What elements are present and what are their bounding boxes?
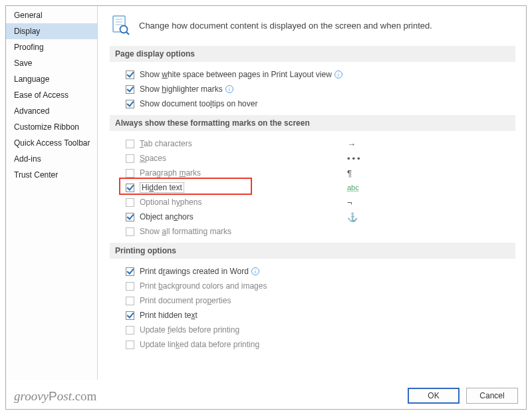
info-icon[interactable]: i <box>251 267 259 275</box>
svg-line-5 <box>126 32 129 35</box>
sidebar-item-general[interactable]: General <box>6 7 97 23</box>
sidebar-item-save[interactable]: Save <box>6 55 97 71</box>
label-show-whitespace: Show white space between pages in Print … <box>140 70 332 79</box>
checkbox-tab-characters[interactable] <box>126 140 134 148</box>
glyph-tab-arrow: → <box>347 139 356 149</box>
checkbox-highlighter[interactable] <box>126 85 134 94</box>
svg-point-4 <box>120 26 128 33</box>
glyph-dots: ••• <box>347 154 362 164</box>
label-optional-hyphens: Optional hyphens <box>140 198 201 207</box>
label-highlighter: Show highlighter marks <box>140 84 223 94</box>
sidebar-item-language[interactable]: Language <box>6 71 97 87</box>
page-description: Change how document content is displayed… <box>139 21 432 31</box>
checkbox-update-linked[interactable] <box>126 341 134 349</box>
label-tab-characters: Tab characters <box>140 139 192 148</box>
section-printing: Printing options <box>110 243 515 259</box>
sidebar-item-advanced[interactable]: Advanced <box>6 103 97 119</box>
checkbox-object-anchors[interactable] <box>126 213 134 221</box>
checkbox-paragraph-marks[interactable] <box>126 169 134 178</box>
info-icon[interactable]: i <box>225 85 233 93</box>
sidebar-item-proofing[interactable]: Proofing <box>6 39 97 55</box>
checkbox-print-drawings[interactable] <box>126 267 134 276</box>
label-paragraph-marks: Paragraph marks <box>140 168 201 178</box>
checkbox-hidden-text[interactable] <box>126 184 134 192</box>
label-tooltips: Show document tooltips on hover <box>140 99 257 108</box>
label-all-formatting: Show all formatting marks <box>140 227 231 236</box>
glyph-pilcrow: ¶ <box>347 168 352 178</box>
cancel-button[interactable]: Cancel <box>466 388 518 404</box>
checkbox-print-background[interactable] <box>126 282 134 291</box>
checkbox-show-whitespace[interactable] <box>126 70 134 79</box>
checkbox-print-properties[interactable] <box>126 297 134 305</box>
ok-button[interactable]: OK <box>408 388 460 404</box>
checkbox-tooltips[interactable] <box>126 100 134 108</box>
label-update-fields: Update fields before printing <box>140 325 239 335</box>
options-sidebar: General Display Proofing Save Language E… <box>6 6 98 380</box>
checkbox-spaces[interactable] <box>126 154 134 163</box>
sidebar-item-add-ins[interactable]: Add-ins <box>6 151 97 167</box>
sidebar-item-customize-ribbon[interactable]: Customize Ribbon <box>6 119 97 135</box>
glyph-nothyphen: ¬ <box>347 198 352 208</box>
glyph-anchor-icon: ⚓ <box>347 212 358 222</box>
display-options-icon <box>112 15 130 35</box>
label-print-drawings: Print drawings created in Word <box>140 267 249 276</box>
glyph-abc: abc <box>347 184 359 192</box>
label-print-properties: Print document properties <box>140 296 231 305</box>
checkbox-optional-hyphens[interactable] <box>126 198 134 207</box>
label-print-background: Print background colors and images <box>140 281 267 291</box>
label-hidden-text: Hidden text <box>140 182 184 193</box>
sidebar-item-trust-center[interactable]: Trust Center <box>6 167 97 183</box>
label-object-anchors: Object anchors <box>140 212 194 221</box>
info-icon[interactable]: i <box>334 70 342 78</box>
watermark: groovyPost.com <box>14 389 96 404</box>
content-pane: Change how document content is displayed… <box>98 6 526 380</box>
sidebar-item-quick-access-toolbar[interactable]: Quick Access Toolbar <box>6 135 97 151</box>
label-print-hidden: Print hidden text <box>140 311 198 320</box>
checkbox-update-fields[interactable] <box>126 326 134 335</box>
label-spaces: Spaces <box>140 154 166 163</box>
section-page-display: Page display options <box>110 46 515 62</box>
sidebar-item-ease-of-access[interactable]: Ease of Access <box>6 87 97 103</box>
sidebar-item-display[interactable]: Display <box>6 23 97 39</box>
checkbox-print-hidden[interactable] <box>126 311 134 320</box>
checkbox-all-formatting[interactable] <box>126 227 134 236</box>
section-formatting-marks: Always show these formatting marks on th… <box>110 115 515 131</box>
label-update-linked: Update linked data before printing <box>140 340 259 349</box>
